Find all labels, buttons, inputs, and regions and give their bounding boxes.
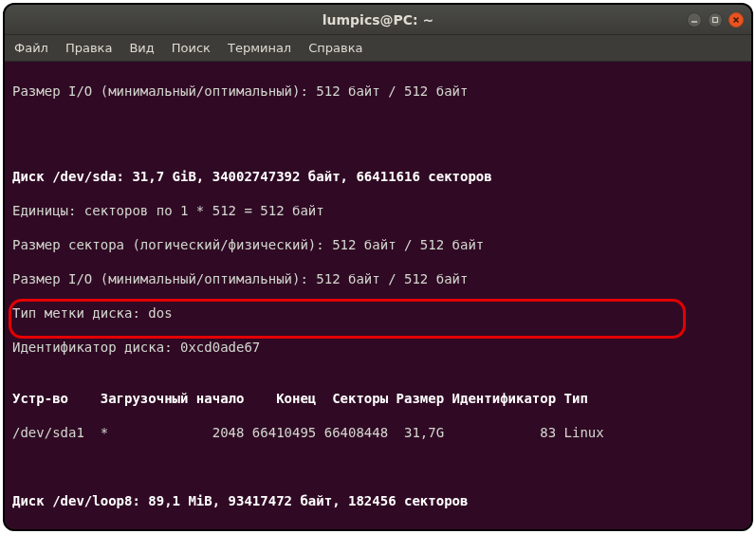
maximize-icon: [711, 16, 719, 24]
close-icon: [732, 16, 740, 24]
partition-row: /dev/sda1 * 2048 66410495 66408448 31,7G…: [12, 424, 744, 441]
output-line: Тип метки диска: dos: [12, 304, 744, 322]
output-line: Единицы: секторов по 1 * 512 = 512 байт: [12, 202, 744, 219]
maximize-button[interactable]: [708, 12, 723, 28]
output-line: Идентификатор диска: 0xcd0ade67: [12, 339, 744, 356]
disk-header-loop8: Диск /dev/loop8: 89,1 MiB, 93417472 байт…: [12, 492, 744, 509]
menu-terminal[interactable]: Терминал: [228, 41, 291, 55]
close-button[interactable]: [728, 12, 744, 28]
terminal-window: lumpics@PC: ~ Файл Правка Вид Поиск Терм…: [5, 5, 751, 529]
menu-search[interactable]: Поиск: [172, 41, 211, 55]
window-controls: [687, 12, 744, 28]
svg-rect-1: [713, 17, 718, 22]
minimize-icon: [691, 16, 698, 24]
menu-file[interactable]: Файл: [14, 41, 48, 55]
output-line: Размер сектора (логический/физический): …: [12, 236, 744, 253]
menu-edit[interactable]: Правка: [65, 41, 112, 55]
output-line: Размер I/O (минимальный/оптимальный): 51…: [12, 270, 744, 287]
titlebar: lumpics@PC: ~: [5, 5, 751, 35]
disk-header-sda: Диск /dev/sda: 31,7 GiB, 34002747392 бай…: [12, 168, 744, 185]
menu-help[interactable]: Справка: [308, 41, 362, 55]
output-line: Единицы: секторов по 1 * 512 = 512 байт: [12, 526, 744, 529]
menu-view[interactable]: Вид: [129, 41, 154, 55]
partition-table-header: Устр-во Загрузочный начало Конец Секторы…: [12, 390, 744, 407]
window-frame: lumpics@PC: ~ Файл Правка Вид Поиск Терм…: [3, 3, 753, 531]
terminal-output[interactable]: Размер I/O (минимальный/оптимальный): 51…: [5, 62, 751, 529]
output-line: Размер I/O (минимальный/оптимальный): 51…: [12, 83, 744, 100]
minimize-button[interactable]: [687, 12, 702, 28]
window-title: lumpics@PC: ~: [323, 12, 434, 28]
menubar: Файл Правка Вид Поиск Терминал Справка: [5, 35, 751, 62]
